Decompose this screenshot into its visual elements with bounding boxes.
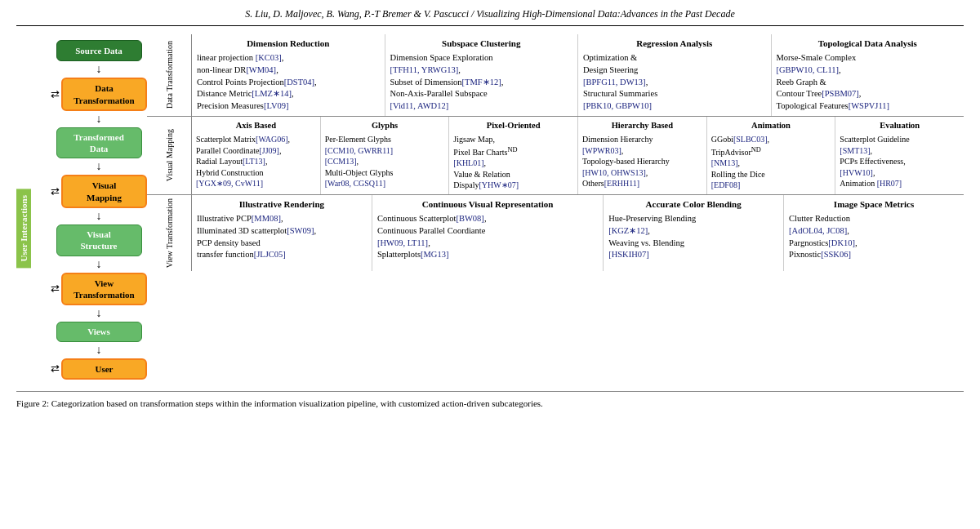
lr-arrow2: ⇄ <box>51 185 60 198</box>
section-label-vm: Visual Mapping <box>147 117 192 194</box>
header-text: S. Liu, D. Maljovec, B. Wang, P.-T Breme… <box>245 8 734 20</box>
topological-title: Topological Data Analysis <box>777 38 960 50</box>
page-header: S. Liu, D. Maljovec, B. Wang, P.-T Breme… <box>16 8 964 26</box>
section-visual-mapping: Visual Mapping Axis Based Scatterplot Ma… <box>147 117 964 195</box>
arrow4: ↓ <box>96 211 102 222</box>
dt-label: Data Transformation <box>165 41 174 109</box>
continuous-title: Continuous Visual Representation <box>377 198 598 211</box>
subspace-content: Dimension Space Exploration [TFH11, YRWG… <box>390 52 573 112</box>
dim-reduction-content: linear projection [KC03], non-linear DR[… <box>197 52 380 112</box>
lr-arrow4: ⇄ <box>51 362 60 376</box>
ui-label: User Interactions <box>16 189 31 268</box>
color-col: Accurate Color Blending Hue-Preserving B… <box>604 195 784 271</box>
visual-structure-box: Visual Structure <box>56 224 142 256</box>
dim-reduction-title: Dimension Reduction <box>197 38 380 50</box>
user-row: ⇄ User <box>51 357 147 381</box>
main-content: User Interactions Source Data ↓ ⇄ Data T… <box>16 34 964 381</box>
ref-kc03: [KC03] <box>256 53 282 62</box>
transformed-data-box: Transformed Data <box>56 127 142 159</box>
lr-arrow1: ⇄ <box>51 88 60 101</box>
animation-col: Animation GGobi[SLBC03], TripAdvisorND [… <box>707 117 836 194</box>
axis-title: Axis Based <box>196 120 316 131</box>
vm-label: Visual Mapping <box>165 129 174 181</box>
vt-content: Illustrative Rendering Illustrative PCP[… <box>192 195 964 271</box>
glyphs-title: Glyphs <box>325 120 445 131</box>
subspace-col: Subspace Clustering Dimension Space Expl… <box>385 34 579 116</box>
arrow2: ↓ <box>96 113 102 125</box>
hierarchy-col: Hierarchy Based Dimension Hierarchy [WPW… <box>578 117 707 194</box>
topological-col: Topological Data Analysis Morse-Smale Co… <box>772 34 964 116</box>
section-view-transformation: View Transformation Illustrative Renderi… <box>147 195 964 271</box>
image-content: Clutter Reduction [AdOL04, JC08], Pargno… <box>789 213 959 261</box>
glyphs-col: Glyphs Per-Element Glyphs [CCM10, GWRR11… <box>321 117 450 194</box>
continuous-col: Continuous Visual Representation Continu… <box>372 195 604 271</box>
image-col: Image Space Metrics Clutter Reduction [A… <box>784 195 964 271</box>
animation-title: Animation <box>711 120 831 131</box>
regression-content: Optimization & Design Steering [BPFG11, … <box>583 52 766 112</box>
view-transformation-box: View Transformation <box>61 273 147 306</box>
evaluation-content: Scatterplot Guideline [SMT13], PCPs Effe… <box>840 134 960 189</box>
section-label-vt: View Transformation <box>147 195 192 271</box>
pixel-col: Pixel-Oriented Jigsaw Map, Pixel Bar Cha… <box>449 117 578 194</box>
evaluation-title: Evaluation <box>840 120 960 131</box>
continuous-content: Continuous Scatterplot[BW08], Continuous… <box>377 213 598 261</box>
illustrative-content: Illustrative PCP[MM08], Illuminated 3D s… <box>197 213 367 261</box>
figure-caption: Figure 2: Categorization based on transf… <box>16 391 964 411</box>
regression-title: Regression Analysis <box>583 38 766 50</box>
arrow1: ↓ <box>96 64 102 75</box>
axis-content: Scatterplot Matrix[WAG06], Parallel Coor… <box>196 134 316 189</box>
section-label-dt: Data Transformation <box>147 34 192 116</box>
dim-reduction-col: Dimension Reduction linear projection [K… <box>192 34 385 116</box>
lr-arrow3: ⇄ <box>51 282 60 296</box>
image-title: Image Space Metrics <box>789 198 959 211</box>
arrow7: ↓ <box>96 345 102 356</box>
evaluation-col: Evaluation Scatterplot Guideline [SMT13]… <box>835 117 964 194</box>
right-panel: Data Transformation Dimension Reduction … <box>147 34 964 381</box>
dt-content: Dimension Reduction linear projection [K… <box>192 34 964 116</box>
flow-section: Source Data ↓ ⇄ Data Transformation ↓ Tr… <box>51 38 147 381</box>
visual-mapping-box: Visual Mapping <box>61 175 147 208</box>
axis-col: Axis Based Scatterplot Matrix[WAG06], Pa… <box>192 117 321 194</box>
arrow5: ↓ <box>96 259 102 270</box>
arrow3: ↓ <box>96 161 102 172</box>
pixel-title: Pixel-Oriented <box>453 120 573 131</box>
hierarchy-title: Hierarchy Based <box>582 120 702 131</box>
user-interactions-label: User Interactions <box>16 91 31 365</box>
source-data-box: Source Data <box>56 40 142 61</box>
animation-content: GGobi[SLBC03], TripAdvisorND [NM13], Rol… <box>711 134 831 191</box>
vt-row: ⇄ View Transformation <box>51 271 147 308</box>
illustrative-col: Illustrative Rendering Illustrative PCP[… <box>192 195 372 271</box>
data-transformation-box: Data Transformation <box>61 78 147 111</box>
color-content: Hue-Preserving Blending [KGZ∗12], Weavin… <box>608 213 778 261</box>
subspace-title: Subspace Clustering <box>390 38 573 50</box>
section-data-transformation: Data Transformation Dimension Reduction … <box>147 34 964 117</box>
hierarchy-content: Dimension Hierarchy [WPWR03], Topology-b… <box>582 134 702 189</box>
user-box: User <box>61 358 147 380</box>
left-panel: User Interactions Source Data ↓ ⇄ Data T… <box>16 34 147 381</box>
pixel-content: Jigsaw Map, Pixel Bar ChartsND [KHL01], … <box>453 134 573 191</box>
views-box: Views <box>56 322 142 341</box>
illustrative-title: Illustrative Rendering <box>197 198 367 211</box>
dt-row: ⇄ Data Transformation <box>51 76 147 113</box>
vm-row: ⇄ Visual Mapping <box>51 173 147 210</box>
regression-col: Regression Analysis Optimization & Desig… <box>578 34 772 116</box>
vt-label: View Transformation <box>165 198 174 268</box>
vm-content: Axis Based Scatterplot Matrix[WAG06], Pa… <box>192 117 964 194</box>
glyphs-content: Per-Element Glyphs [CCM10, GWRR11] [CCM1… <box>325 134 445 189</box>
arrow6: ↓ <box>96 308 102 319</box>
topological-content: Morse-Smale Complex [GBPW10, CL11], Reeb… <box>777 52 960 112</box>
caption-text: Figure 2: Categorization based on transf… <box>16 398 543 408</box>
color-title: Accurate Color Blending <box>608 198 778 211</box>
